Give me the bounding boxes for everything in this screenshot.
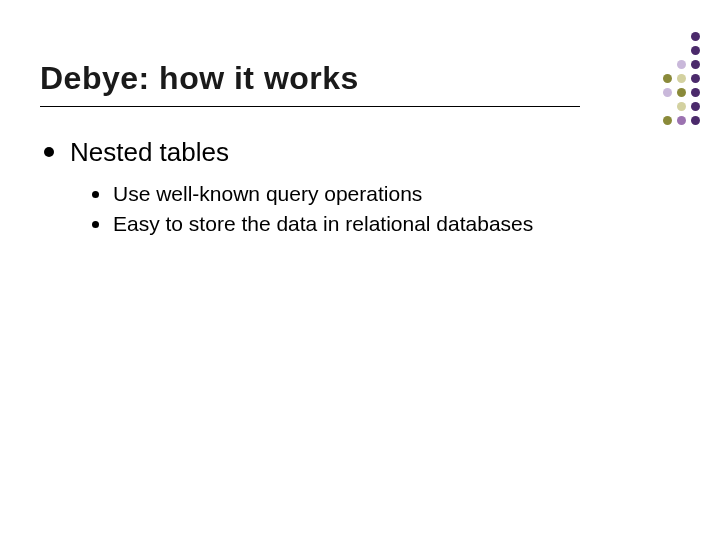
bullet-level2: Use well-known query operations [92,182,680,206]
title-block: Debye: how it works [40,60,680,107]
bullet-icon [92,191,99,198]
dot-icon [663,116,672,125]
bullet-text: Use well-known query operations [113,182,422,206]
slide: Debye: how it works Nested tables Use we… [0,0,720,540]
bullet-level1: Nested tables [44,137,680,168]
dot-icon [691,116,700,125]
dot-icon [691,102,700,111]
dot-icon [691,32,700,41]
dot-icon [677,116,686,125]
bullet-level2: Easy to store the data in relational dat… [92,212,680,236]
slide-body: Nested tables Use well-known query opera… [40,137,680,236]
dot-icon [691,88,700,97]
dot-icon [691,74,700,83]
slide-title: Debye: how it works [40,60,680,97]
bullet-icon [44,147,54,157]
bullet-icon [92,221,99,228]
dot-icon [691,60,700,69]
dot-icon [691,46,700,55]
bullet-text: Easy to store the data in relational dat… [113,212,533,236]
bullet-text: Nested tables [70,137,229,168]
title-underline [40,106,580,107]
